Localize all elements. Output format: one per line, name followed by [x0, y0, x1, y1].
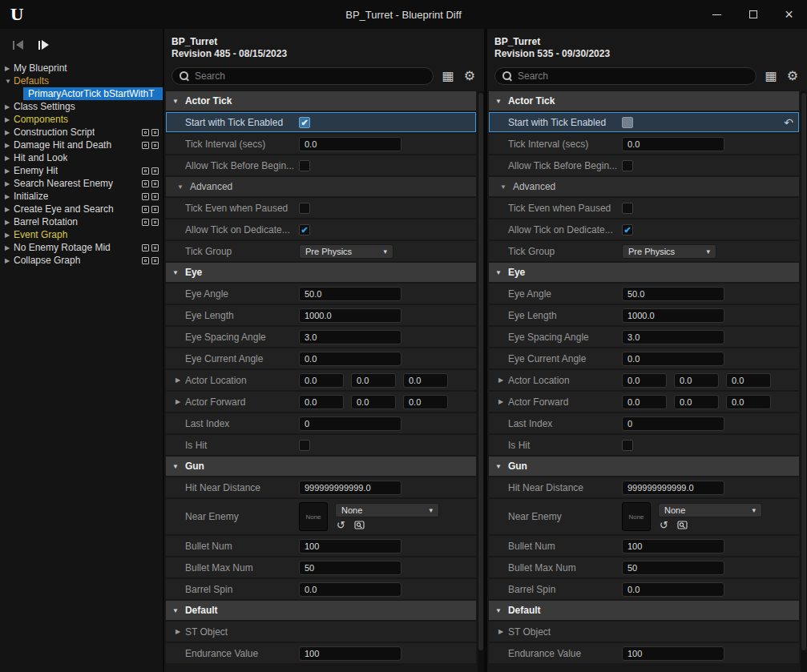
value-field[interactable]: 0.0	[299, 352, 401, 366]
vertical-scrollbar[interactable]	[478, 91, 484, 672]
sidebar-item-primaryactortick-bstartwitht[interactable]: PrimaryActorTick bStartWithT	[23, 87, 163, 100]
diff-graph-icon[interactable]	[151, 206, 159, 213]
chevron-right-icon[interactable]: ▶	[5, 180, 14, 187]
diff-graph-icon[interactable]	[142, 193, 149, 200]
value-field[interactable]: 0.0	[403, 373, 448, 388]
checkbox[interactable]: ✔	[622, 224, 633, 235]
browse-to-asset-icon[interactable]	[354, 520, 365, 530]
use-selected-asset-icon[interactable]: ↺	[660, 520, 668, 530]
use-selected-asset-icon[interactable]: ↺	[337, 520, 345, 530]
search-input[interactable]	[195, 70, 426, 82]
search-input[interactable]	[518, 70, 748, 82]
sidebar-item-components[interactable]: ▶Components	[0, 113, 163, 126]
sidebar-item-construction-script[interactable]: ▶Construction Script	[0, 126, 163, 139]
chevron-right-icon[interactable]: ▶	[5, 116, 14, 123]
checkbox[interactable]: ✔	[299, 117, 310, 128]
diff-graph-icon[interactable]	[151, 167, 159, 175]
value-field[interactable]: 0.0	[674, 395, 719, 409]
chevron-right-icon[interactable]: ▶	[5, 257, 14, 264]
chevron-right-icon[interactable]: ▶	[5, 219, 14, 226]
vertical-scrollbar[interactable]	[801, 91, 807, 672]
diff-graph-icon[interactable]	[142, 167, 149, 175]
value-field[interactable]: 3.0	[299, 330, 401, 344]
diff-graph-icon[interactable]	[142, 257, 149, 264]
section-header-eye[interactable]: ▼Eye	[489, 263, 799, 282]
expand-arrow-icon[interactable]: ▶	[176, 628, 185, 635]
revert-icon[interactable]: ↶	[784, 116, 793, 129]
value-field[interactable]: 0.0	[351, 395, 396, 409]
value-field[interactable]: 0.0	[726, 395, 771, 409]
value-field[interactable]: 3.0	[622, 330, 724, 344]
value-field[interactable]: 999999999999.0	[299, 481, 401, 495]
sidebar-item-collapse-graph[interactable]: ▶Collapse Graph	[0, 254, 163, 267]
scrollbar-thumb[interactable]	[801, 93, 806, 650]
dropdown[interactable]: None▾	[335, 503, 439, 517]
value-field[interactable]: 0	[622, 416, 724, 431]
subsection-advanced[interactable]: ▼Advanced	[489, 177, 799, 196]
expand-arrow-icon[interactable]: ▶	[176, 398, 185, 405]
column-view-icon[interactable]: ▦	[764, 69, 778, 83]
checkbox[interactable]	[622, 440, 633, 451]
sidebar-item-enemy-hit[interactable]: ▶Enemy Hit	[0, 164, 163, 177]
scrollbar-thumb[interactable]	[478, 93, 483, 650]
checkbox[interactable]	[299, 160, 310, 171]
value-field[interactable]: 0.0	[299, 582, 401, 597]
value-field[interactable]: 0.0	[674, 373, 719, 388]
diff-graph-icon[interactable]	[151, 244, 159, 251]
checkbox[interactable]	[622, 203, 633, 214]
next-difference-button[interactable]	[34, 36, 53, 54]
asset-thumbnail[interactable]: None	[299, 502, 328, 531]
value-field[interactable]: 0.0	[299, 373, 344, 388]
sidebar-item-event-graph[interactable]: ▶Event Graph	[0, 228, 163, 241]
value-field[interactable]: 1000.0	[622, 308, 724, 323]
section-header-default[interactable]: ▼Default	[166, 601, 476, 620]
column-view-icon[interactable]: ▦	[441, 69, 455, 83]
sidebar-item-search-nearest-enemy[interactable]: ▶Search Nearest Enemy	[0, 177, 163, 190]
minimize-button[interactable]	[699, 0, 735, 29]
browse-to-asset-icon[interactable]	[677, 520, 688, 530]
sidebar-item-class-settings[interactable]: ▶Class Settings	[0, 100, 163, 113]
value-field[interactable]: 0.0	[622, 395, 667, 409]
section-header-gun[interactable]: ▼Gun	[489, 457, 799, 476]
value-field[interactable]: 100	[299, 646, 401, 661]
checkbox[interactable]	[622, 117, 633, 128]
sidebar-item-create-eye-and-search[interactable]: ▶Create Eye and Search	[0, 203, 163, 215]
asset-thumbnail[interactable]: None	[622, 502, 651, 531]
chevron-right-icon[interactable]: ▶	[5, 142, 14, 149]
titlebar[interactable]: U BP_Turret - Blueprint Diff ×	[0, 0, 807, 29]
expand-arrow-icon[interactable]: ▶	[498, 398, 508, 405]
chevron-right-icon[interactable]: ▶	[5, 103, 14, 111]
sidebar-item-damage-hit-and-death[interactable]: ▶Damage Hit and Death	[0, 139, 163, 151]
diff-graph-icon[interactable]	[142, 180, 149, 187]
value-field[interactable]: 50	[622, 561, 724, 575]
section-header-eye[interactable]: ▼Eye	[166, 263, 476, 282]
expand-arrow-icon[interactable]: ▶	[498, 376, 508, 384]
diff-graph-icon[interactable]	[151, 257, 159, 264]
diff-graph-icon[interactable]	[151, 129, 159, 136]
value-field[interactable]: 0.0	[622, 373, 667, 388]
chevron-right-icon[interactable]: ▶	[5, 244, 14, 251]
settings-gear-icon[interactable]: ⚙	[462, 69, 477, 83]
value-field[interactable]: 0.0	[622, 582, 724, 597]
previous-difference-button[interactable]	[8, 36, 27, 54]
chevron-right-icon[interactable]: ▶	[5, 193, 14, 200]
checkbox[interactable]	[622, 160, 633, 171]
value-field[interactable]: 0.0	[299, 137, 401, 151]
value-field[interactable]: 999999999999.0	[622, 481, 724, 495]
chevron-right-icon[interactable]: ▶	[5, 65, 14, 72]
value-field[interactable]: 1000.0	[299, 308, 401, 323]
close-button[interactable]: ×	[771, 0, 807, 29]
dropdown[interactable]: Pre Physics▾	[299, 244, 393, 259]
section-header-actor-tick[interactable]: ▼Actor Tick	[166, 91, 476, 111]
chevron-right-icon[interactable]: ▶	[5, 129, 14, 136]
settings-gear-icon[interactable]: ⚙	[785, 69, 800, 83]
diff-graph-icon[interactable]	[142, 219, 149, 226]
chevron-right-icon[interactable]: ▶	[5, 231, 14, 239]
value-field[interactable]: 100	[622, 539, 724, 553]
chevron-right-icon[interactable]: ▶	[5, 155, 14, 162]
sidebar-item-defaults[interactable]: ▼Defaults	[0, 74, 163, 87]
chevron-right-icon[interactable]: ▶	[5, 206, 14, 213]
expand-arrow-icon[interactable]: ▶	[176, 376, 185, 384]
value-field[interactable]: 50.0	[299, 287, 401, 301]
value-field[interactable]: 50	[299, 561, 401, 575]
